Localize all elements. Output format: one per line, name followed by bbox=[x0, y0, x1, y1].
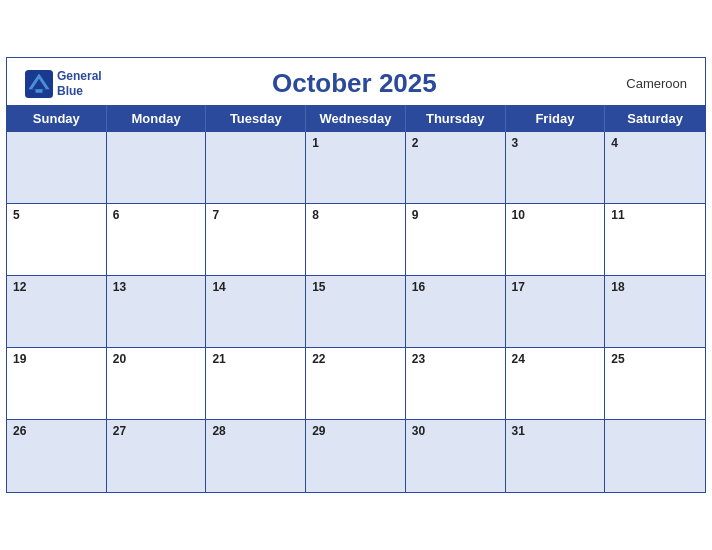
day-cell: 17 bbox=[506, 276, 606, 348]
day-number: 8 bbox=[312, 208, 399, 222]
day-header-wednesday: Wednesday bbox=[306, 105, 406, 132]
day-cell: 13 bbox=[107, 276, 207, 348]
day-number: 17 bbox=[512, 280, 599, 294]
day-number: 18 bbox=[611, 280, 699, 294]
day-cell: 15 bbox=[306, 276, 406, 348]
day-headers: Sunday Monday Tuesday Wednesday Thursday… bbox=[7, 105, 705, 132]
day-cell: 16 bbox=[406, 276, 506, 348]
day-cell: 29 bbox=[306, 420, 406, 492]
day-cell: 10 bbox=[506, 204, 606, 276]
logo-icon bbox=[25, 70, 53, 98]
day-cell: 3 bbox=[506, 132, 606, 204]
logo-text: General Blue bbox=[57, 69, 102, 98]
week-row-5: 262728293031 bbox=[7, 420, 705, 492]
day-header-thursday: Thursday bbox=[406, 105, 506, 132]
day-number: 5 bbox=[13, 208, 100, 222]
day-cell: 22 bbox=[306, 348, 406, 420]
day-cell: 4 bbox=[605, 132, 705, 204]
day-cell: 26 bbox=[7, 420, 107, 492]
day-cell: 9 bbox=[406, 204, 506, 276]
day-cell: 5 bbox=[7, 204, 107, 276]
svg-rect-3 bbox=[36, 89, 43, 93]
calendar-header: General Blue October 2025 Cameroon bbox=[7, 58, 705, 105]
day-cell: 20 bbox=[107, 348, 207, 420]
day-header-saturday: Saturday bbox=[605, 105, 705, 132]
day-cell: 31 bbox=[506, 420, 606, 492]
day-cell: 24 bbox=[506, 348, 606, 420]
day-cell: 7 bbox=[206, 204, 306, 276]
day-number: 28 bbox=[212, 424, 299, 438]
day-cell: 1 bbox=[306, 132, 406, 204]
day-number: 13 bbox=[113, 280, 200, 294]
day-number: 30 bbox=[412, 424, 499, 438]
day-number: 10 bbox=[512, 208, 599, 222]
day-number: 27 bbox=[113, 424, 200, 438]
day-cell bbox=[605, 420, 705, 492]
day-cell bbox=[206, 132, 306, 204]
day-number: 9 bbox=[412, 208, 499, 222]
day-number: 16 bbox=[412, 280, 499, 294]
day-cell: 28 bbox=[206, 420, 306, 492]
day-cell: 23 bbox=[406, 348, 506, 420]
country-label: Cameroon bbox=[607, 76, 687, 91]
logo: General Blue bbox=[25, 69, 102, 98]
day-cell bbox=[7, 132, 107, 204]
week-row-1: 1234 bbox=[7, 132, 705, 204]
day-number: 3 bbox=[512, 136, 599, 150]
day-number: 14 bbox=[212, 280, 299, 294]
day-header-friday: Friday bbox=[506, 105, 606, 132]
day-number: 6 bbox=[113, 208, 200, 222]
day-header-monday: Monday bbox=[107, 105, 207, 132]
day-number: 25 bbox=[611, 352, 699, 366]
week-row-2: 567891011 bbox=[7, 204, 705, 276]
day-cell: 12 bbox=[7, 276, 107, 348]
day-cell: 2 bbox=[406, 132, 506, 204]
day-number: 26 bbox=[13, 424, 100, 438]
day-cell: 6 bbox=[107, 204, 207, 276]
day-number: 21 bbox=[212, 352, 299, 366]
week-row-3: 12131415161718 bbox=[7, 276, 705, 348]
day-number: 1 bbox=[312, 136, 399, 150]
day-cell: 19 bbox=[7, 348, 107, 420]
day-number: 11 bbox=[611, 208, 699, 222]
day-number: 20 bbox=[113, 352, 200, 366]
day-number: 4 bbox=[611, 136, 699, 150]
day-cell: 11 bbox=[605, 204, 705, 276]
day-cell: 27 bbox=[107, 420, 207, 492]
day-number: 15 bbox=[312, 280, 399, 294]
week-row-4: 19202122232425 bbox=[7, 348, 705, 420]
day-cell: 18 bbox=[605, 276, 705, 348]
day-number: 24 bbox=[512, 352, 599, 366]
day-header-sunday: Sunday bbox=[7, 105, 107, 132]
day-header-tuesday: Tuesday bbox=[206, 105, 306, 132]
day-number: 22 bbox=[312, 352, 399, 366]
day-number: 23 bbox=[412, 352, 499, 366]
day-cell: 21 bbox=[206, 348, 306, 420]
day-number: 19 bbox=[13, 352, 100, 366]
day-cell: 8 bbox=[306, 204, 406, 276]
month-title: October 2025 bbox=[272, 68, 437, 99]
day-number: 12 bbox=[13, 280, 100, 294]
day-number: 29 bbox=[312, 424, 399, 438]
calendar-grid: 1234567891011121314151617181920212223242… bbox=[7, 132, 705, 492]
day-number: 7 bbox=[212, 208, 299, 222]
day-cell bbox=[107, 132, 207, 204]
day-cell: 30 bbox=[406, 420, 506, 492]
day-number: 2 bbox=[412, 136, 499, 150]
calendar: General Blue October 2025 Cameroon Sunda… bbox=[6, 57, 706, 493]
day-number: 31 bbox=[512, 424, 599, 438]
day-cell: 14 bbox=[206, 276, 306, 348]
day-cell: 25 bbox=[605, 348, 705, 420]
